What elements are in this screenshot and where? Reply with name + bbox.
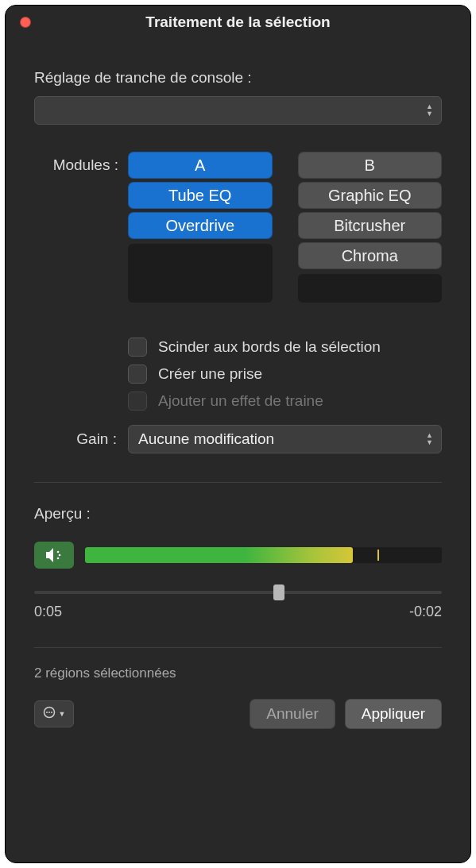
dialog-window: Traitement de la sélection Réglage de tr… [5,5,471,863]
dropdown-arrows-icon: ▲▼ [426,433,433,446]
timeline: 0:05 -0:02 [34,591,442,620]
module-item[interactable]: Overdrive [128,212,273,239]
gain-label: Gain : [34,430,117,448]
module-item[interactable]: Chroma [298,242,443,269]
divider [34,482,442,483]
svg-point-6 [51,712,52,713]
gain-value: Aucune modification [138,430,274,448]
split-checkbox-row: Scinder aux bords de la sélection [128,338,442,357]
preview-label: Aperçu : [34,505,442,523]
content-area: Réglage de tranche de console : ▲▼ Modul… [6,39,470,862]
tail-checkbox [128,392,147,411]
divider [34,647,442,648]
speaker-icon [45,547,64,563]
tail-label: Ajouter un effet de traine [158,392,323,410]
module-item[interactable]: Tube EQ [128,182,273,209]
footer: ▼ Annuler Appliquer [34,699,442,750]
cancel-button[interactable]: Annuler [250,699,335,729]
split-label: Scinder aux bords de la sélection [158,338,381,356]
module-header-b[interactable]: B [298,152,443,179]
modules-label: Modules : [34,152,118,303]
channel-strip-label: Réglage de tranche de console : [34,69,442,87]
tail-checkbox-row: Ajouter un effet de traine [128,392,442,411]
modules-section: Modules : A Tube EQ Overdrive B Graphic … [34,152,442,303]
module-header-a[interactable]: A [128,152,273,179]
time-elapsed: 0:05 [34,604,62,620]
modules-columns: A Tube EQ Overdrive B Graphic EQ Bitcrus… [128,152,442,303]
svg-point-5 [48,712,50,713]
gain-select[interactable]: Aucune modification ▲▼ [128,425,442,453]
svg-point-2 [57,557,60,560]
volume-peak-tick [377,550,379,561]
svg-point-0 [57,551,60,554]
module-item[interactable]: Graphic EQ [298,182,443,209]
more-icon [43,706,56,722]
timeline-thumb[interactable] [273,584,284,600]
close-window-button[interactable] [20,17,31,28]
dropdown-arrows-icon: ▲▼ [426,104,433,117]
chevron-down-icon: ▼ [59,710,66,718]
apply-button[interactable]: Appliquer [345,699,442,729]
volume-fill [85,547,353,563]
svg-point-4 [46,712,48,713]
status-text: 2 régions sélectionnées [34,665,442,681]
action-menu-button[interactable]: ▼ [34,700,74,727]
options-section: Scinder aux bords de la sélection Créer … [34,338,442,411]
svg-point-1 [59,554,61,557]
module-item[interactable]: Bitcrusher [298,212,443,239]
module-well-b[interactable] [298,274,443,303]
take-checkbox[interactable] [128,365,147,384]
channel-strip-select[interactable]: ▲▼ [34,96,442,125]
preview-row [34,542,442,569]
timeline-labels: 0:05 -0:02 [34,604,442,620]
modules-column-b: B Graphic EQ Bitcrusher Chroma [298,152,443,303]
titlebar: Traitement de la sélection [6,6,470,39]
window-title: Traitement de la sélection [145,14,330,31]
timeline-track[interactable] [34,591,442,594]
time-remaining: -0:02 [409,604,442,620]
split-checkbox[interactable] [128,338,147,357]
take-checkbox-row: Créer une prise [128,365,442,384]
preview-play-button[interactable] [34,542,74,569]
module-well-a[interactable] [128,244,273,303]
take-label: Créer une prise [158,365,262,383]
modules-column-a: A Tube EQ Overdrive [128,152,273,303]
gain-row: Gain : Aucune modification ▲▼ [34,425,442,453]
volume-meter [85,547,442,563]
